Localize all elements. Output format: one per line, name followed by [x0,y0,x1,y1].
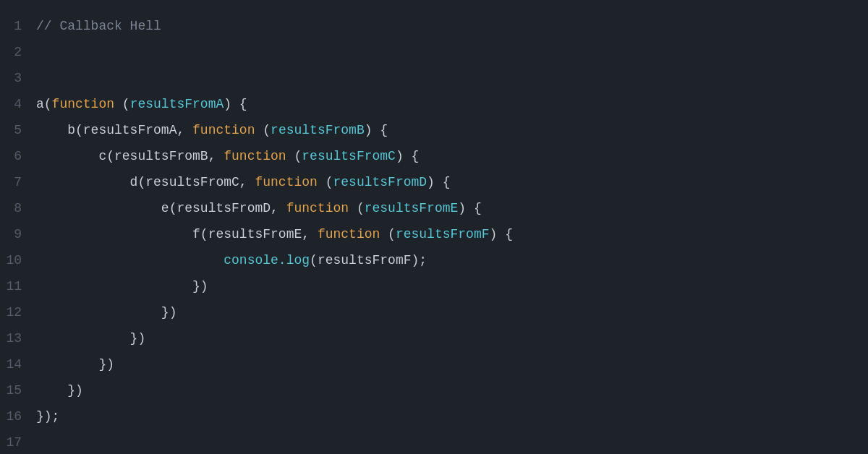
line-number: 2 [0,39,36,65]
line-number: 10 [0,247,36,273]
code-segment: }) [36,279,208,294]
code-segment: ) { [365,123,388,137]
code-segment: resultsFromF [396,227,490,241]
code-segment: ) { [396,149,419,163]
code-line: 12 }) [0,299,868,325]
line-number: 14 [0,351,36,377]
code-line: 16}); [0,403,868,429]
code-segment: e(resultsFromD, [36,201,286,215]
code-line: 10 console.log(resultsFromF); [0,247,868,273]
code-segment: (resultsFromF); [310,253,427,267]
line-content: f(resultsFromE, function (resultsFromF) … [36,221,513,247]
code-line: 7 d(resultsFromC, function (resultsFromD… [0,169,868,195]
code-segment [36,253,224,267]
line-number: 11 [0,273,36,299]
code-segment: resultsFromE [365,201,459,215]
line-number: 8 [0,195,36,221]
code-segment: resultsFromD [333,175,427,189]
code-segment: resultsFromA [130,97,224,111]
line-number: 1 [0,13,36,39]
code-segment: function [52,97,114,111]
code-segment: resultsFromB [271,123,365,137]
code-segment: ( [318,175,333,189]
code-segment: a( [36,97,52,111]
code-segment: c(resultsFromB, [36,149,224,163]
code-segment: ( [114,97,130,111]
code-line: 3 [0,65,868,91]
code-segment: }) [36,305,176,320]
code-segment: }) [36,331,145,346]
line-content: d(resultsFromC, function (resultsFromD) … [36,169,451,195]
code-line: 17 [0,429,868,454]
code-line: 14 }) [0,351,868,377]
line-content: }) [36,377,83,403]
line-content: a(function (resultsFromA) { [36,91,247,117]
line-content: console.log(resultsFromF); [36,247,427,273]
code-segment: ) { [490,227,513,241]
code-segment: // Callback Hell [36,19,161,33]
line-number: 12 [0,299,36,325]
line-number: 9 [0,221,36,247]
line-content: }) [36,273,208,299]
line-content: }) [36,299,176,325]
code-line: 4a(function (resultsFromA) { [0,91,868,117]
code-segment: }); [36,409,59,424]
code-segment: function [318,227,380,241]
line-number: 15 [0,377,36,403]
code-segment: function [224,149,286,163]
code-segment: function [286,201,349,215]
line-number: 17 [0,429,36,454]
code-segment: ) { [458,201,481,215]
code-segment: console.log [224,253,310,267]
line-number: 16 [0,403,36,429]
code-segment: }) [36,383,83,398]
code-segment: function [255,175,317,189]
code-segment: ( [286,149,302,163]
line-content: // Callback Hell [36,13,161,39]
code-line: 9 f(resultsFromE, function (resultsFromF… [0,221,868,247]
code-segment: }) [36,357,114,372]
line-content: b(resultsFromA, function (resultsFromB) … [36,117,388,143]
line-content: c(resultsFromB, function (resultsFromC) … [36,143,419,169]
line-number: 7 [0,169,36,195]
code-segment: ( [380,227,396,241]
code-line: 1// Callback Hell [0,13,868,39]
line-number: 6 [0,143,36,169]
code-editor: 1// Callback Hell234a(function (resultsF… [0,0,868,454]
code-line: 15 }) [0,377,868,403]
code-segment: ( [349,201,365,215]
code-line: 5 b(resultsFromA, function (resultsFromB… [0,117,868,143]
code-segment: function [192,123,255,137]
code-segment: ) { [224,97,247,111]
code-line: 11 }) [0,273,868,299]
line-content: }) [36,351,114,377]
line-content: }) [36,325,145,351]
code-line: 13 }) [0,325,868,351]
code-segment: b(resultsFromA, [36,123,192,137]
code-segment: d(resultsFromC, [36,175,255,189]
code-segment: ( [255,123,271,137]
code-segment: f(resultsFromE, [36,227,318,241]
line-number: 4 [0,91,36,117]
code-line: 8 e(resultsFromD, function (resultsFromE… [0,195,868,221]
code-segment: resultsFromC [302,149,396,163]
code-segment: ) { [427,175,450,189]
line-number: 5 [0,117,36,143]
line-number: 13 [0,325,36,351]
line-content: }); [36,403,59,429]
line-number: 3 [0,65,36,91]
code-line: 2 [0,39,868,65]
code-line: 6 c(resultsFromB, function (resultsFromC… [0,143,868,169]
line-content: e(resultsFromD, function (resultsFromE) … [36,195,482,221]
